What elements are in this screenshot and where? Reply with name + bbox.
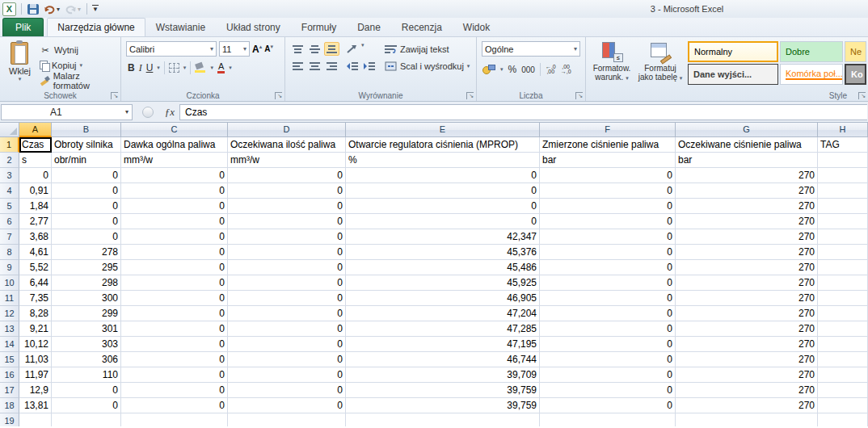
cell-B7[interactable]: 0 <box>52 229 121 245</box>
cell-G9[interactable]: 270 <box>676 260 818 275</box>
cell-B6[interactable]: 0 <box>52 214 121 229</box>
font-color-dropdown-icon[interactable]: ▾ <box>229 65 232 71</box>
cell-H11[interactable] <box>818 291 868 306</box>
cell-C17[interactable]: 0 <box>121 383 228 398</box>
formula-bar-splitter[interactable] <box>142 107 154 118</box>
cell-G15[interactable]: 270 <box>676 352 818 367</box>
cell-F7[interactable]: 0 <box>540 229 676 245</box>
cell-E1[interactable]: Otwarcie regulatora ciśnienia (MPROP) <box>346 137 540 153</box>
align-left-button[interactable] <box>290 59 305 73</box>
cell-H17[interactable] <box>818 383 868 398</box>
cell-E14[interactable]: 47,195 <box>346 337 540 352</box>
number-dialog-launcher-icon[interactable]: ↘ <box>575 92 583 99</box>
cell-H9[interactable] <box>818 260 868 275</box>
column-header-F[interactable]: F <box>540 123 676 137</box>
cell-E11[interactable]: 46,905 <box>346 291 540 306</box>
cell-C12[interactable]: 0 <box>121 306 228 321</box>
cell-C13[interactable]: 0 <box>121 321 228 337</box>
bold-button[interactable]: B <box>128 62 135 73</box>
cell-F11[interactable]: 0 <box>540 291 676 306</box>
cell-A15[interactable]: 11,03 <box>19 352 52 367</box>
cell-C15[interactable]: 0 <box>121 352 228 367</box>
cell-B11[interactable]: 300 <box>52 291 121 306</box>
cell-H4[interactable] <box>818 183 868 199</box>
cell-H16[interactable] <box>818 367 868 383</box>
tab-file[interactable]: Plik <box>2 18 44 36</box>
cell-F12[interactable]: 0 <box>540 306 676 321</box>
cell-H10[interactable] <box>818 275 868 291</box>
cell-F9[interactable]: 0 <box>540 260 676 275</box>
column-header-H[interactable]: H <box>818 123 868 137</box>
percent-style-button[interactable]: % <box>508 64 517 75</box>
cell-B13[interactable]: 301 <box>52 321 121 337</box>
cell-B8[interactable]: 278 <box>52 245 121 260</box>
formula-input[interactable]: Czas <box>179 104 867 120</box>
row-header-7[interactable]: 7 <box>0 229 19 245</box>
style-neutral[interactable]: Ne <box>845 41 866 62</box>
cut-button[interactable]: ✂ Wytnij <box>38 44 119 57</box>
increase-indent-button[interactable] <box>361 59 377 73</box>
cell-A5[interactable]: 1,84 <box>19 199 52 214</box>
style-normal[interactable]: Normalny <box>688 41 778 62</box>
row-header-16[interactable]: 16 <box>0 367 19 383</box>
row-header-5[interactable]: 5 <box>0 199 19 214</box>
cell-E2[interactable]: % <box>346 153 540 168</box>
cell-B19[interactable] <box>52 413 121 426</box>
comma-style-button[interactable]: 000 <box>521 65 535 74</box>
cell-B18[interactable]: 0 <box>52 398 121 413</box>
styles-dialog-launcher-icon[interactable]: ↘ <box>858 92 866 99</box>
row-header-1[interactable]: 1 <box>0 137 19 153</box>
select-all-corner[interactable] <box>0 123 19 137</box>
style-output[interactable]: Dane wyjści... <box>688 64 778 85</box>
clipboard-dialog-launcher-icon[interactable]: ↘ <box>111 92 118 99</box>
cell-C19[interactable] <box>121 413 228 426</box>
cell-G6[interactable]: 270 <box>676 214 818 229</box>
cell-B16[interactable]: 110 <box>52 367 121 383</box>
cell-C3[interactable]: 0 <box>121 168 228 183</box>
row-header-9[interactable]: 9 <box>0 260 19 275</box>
cell-A13[interactable]: 9,21 <box>19 321 52 337</box>
cell-C4[interactable]: 0 <box>121 183 228 199</box>
cell-E3[interactable]: 0 <box>346 168 540 183</box>
cell-B10[interactable]: 298 <box>52 275 121 291</box>
cell-D15[interactable]: 0 <box>228 352 346 367</box>
paste-button[interactable]: Wklej ▾ <box>2 39 38 90</box>
cell-C1[interactable]: Dawka ogólna paliwa <box>121 137 228 153</box>
cell-A9[interactable]: 5,52 <box>19 260 52 275</box>
cell-G19[interactable] <box>676 413 818 426</box>
cell-A17[interactable]: 12,9 <box>19 383 52 398</box>
cell-H19[interactable] <box>818 413 868 426</box>
cell-F16[interactable]: 0 <box>540 367 676 383</box>
tab-insert[interactable]: Wstawianie <box>145 18 216 36</box>
cell-G10[interactable]: 270 <box>676 275 818 291</box>
format-as-table-button[interactable]: Formatuj jako tabelę ▾ <box>636 39 685 90</box>
cell-B4[interactable]: 0 <box>52 183 121 199</box>
decrease-indent-button[interactable] <box>344 59 360 73</box>
cell-G2[interactable]: bar <box>676 153 818 168</box>
cell-H12[interactable] <box>818 306 868 321</box>
cell-D10[interactable]: 0 <box>228 275 346 291</box>
cell-D19[interactable] <box>228 413 346 426</box>
cell-H5[interactable] <box>818 199 868 214</box>
column-header-D[interactable]: D <box>228 123 346 137</box>
row-header-15[interactable]: 15 <box>0 352 19 367</box>
cell-C16[interactable]: 0 <box>121 367 228 383</box>
cell-B15[interactable]: 306 <box>52 352 121 367</box>
cell-G1[interactable]: Oczekiwane ciśnienie paliwa <box>676 137 818 153</box>
cell-H6[interactable] <box>818 214 868 229</box>
cell-E13[interactable]: 47,285 <box>346 321 540 337</box>
cell-A14[interactable]: 10,12 <box>19 337 52 352</box>
cell-D8[interactable]: 0 <box>228 245 346 260</box>
format-painter-button[interactable]: Malarz formatów <box>38 74 119 87</box>
number-format-combo[interactable]: Ogólne▾ <box>482 41 580 57</box>
shrink-font-button[interactable]: A▾ <box>264 44 273 53</box>
paste-dropdown-icon[interactable]: ▾ <box>19 76 22 82</box>
cell-D9[interactable]: 0 <box>228 260 346 275</box>
cell-E10[interactable]: 45,925 <box>346 275 540 291</box>
cell-E5[interactable]: 0 <box>346 199 540 214</box>
cell-D2[interactable]: mm³/w <box>228 153 346 168</box>
wrap-text-button[interactable]: Zawijaj tekst <box>385 42 470 56</box>
cell-G5[interactable]: 270 <box>676 199 818 214</box>
align-bottom-button[interactable] <box>324 42 339 56</box>
cell-E19[interactable] <box>346 413 540 426</box>
